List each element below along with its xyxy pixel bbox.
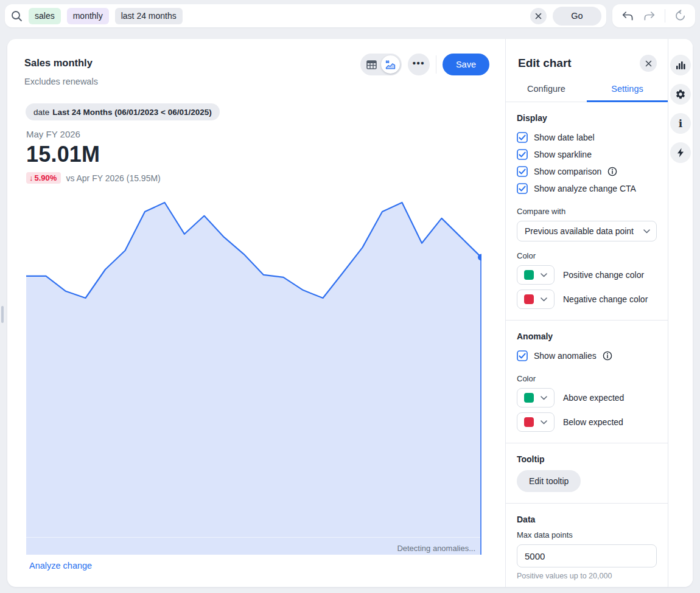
negative-color-row: Negative change color [517, 290, 657, 309]
compare-with-label: Compare with [517, 207, 657, 216]
sparkline-svg [26, 201, 481, 555]
positive-color-picker[interactable] [517, 265, 555, 285]
panel-body: Display Show date label Show sparkline S… [506, 102, 668, 587]
color-label: Color [517, 251, 657, 260]
tooltip-heading: Tooltip [517, 454, 657, 464]
tab-settings[interactable]: Settings [587, 84, 668, 102]
negative-color-picker[interactable] [517, 290, 555, 309]
chart-title-block: Sales monthly Excludes renewals [24, 57, 98, 86]
answer-card: Sales monthly Excludes renewals ••• Save… [7, 39, 693, 587]
sparkline-area [26, 203, 481, 555]
max-data-points-helper: Positive values up to 20,000 [517, 572, 657, 580]
chart-section: Sales monthly Excludes renewals ••• Save… [7, 39, 505, 587]
info-icon[interactable] [603, 351, 612, 361]
tab-configure[interactable]: Configure [506, 84, 587, 102]
compare-with-value: Previous available data point [525, 226, 643, 236]
spotiq-button[interactable] [670, 142, 691, 163]
chevron-down-icon [541, 420, 547, 425]
info-icon: i [679, 119, 682, 129]
section-divider [506, 320, 668, 321]
positive-color-label: Positive change color [563, 270, 644, 280]
info-icon[interactable] [607, 167, 617, 176]
checkbox-label: Show sparkline [534, 150, 592, 159]
below-expected-label: Below expected [563, 417, 623, 427]
above-expected-color-picker[interactable] [517, 388, 555, 407]
controls-divider [436, 55, 436, 74]
search-icon [11, 10, 23, 22]
search-token-monthly[interactable]: monthly [67, 8, 109, 24]
above-expected-row: Above expected [517, 388, 657, 407]
reset-button[interactable] [673, 9, 687, 23]
lightning-icon [676, 148, 685, 158]
undo-button[interactable] [620, 10, 635, 23]
checkbox-label: Show anomalies [534, 351, 597, 361]
date-filter-chip[interactable]: date Last 24 Months (06/01/2023 < 06/01/… [26, 103, 220, 120]
kpi-period-label: May FY 2026 [26, 129, 161, 139]
checkbox-label: Show analyze change CTA [534, 184, 636, 193]
show-sparkline-checkbox[interactable] [517, 149, 528, 160]
search-token-sales[interactable]: sales [29, 8, 61, 24]
actions-divider [665, 9, 665, 23]
checkbox-row-sparkline: Show sparkline [517, 146, 657, 163]
close-panel-button[interactable] [640, 55, 657, 72]
more-options-button[interactable]: ••• [408, 54, 430, 75]
panel-tabs: Configure Settings [506, 84, 668, 102]
search-bar[interactable]: sales monthly last 24 months Go [5, 4, 606, 27]
below-expected-color-picker[interactable] [517, 412, 555, 432]
checkbox-row-anomalies: Show anomalies [517, 347, 657, 364]
redo-button[interactable] [642, 10, 657, 23]
max-data-points-input[interactable] [517, 544, 657, 567]
table-view-button[interactable] [362, 55, 381, 74]
edit-tooltip-button[interactable]: Edit tooltip [517, 470, 581, 492]
info-button[interactable]: i [670, 113, 691, 134]
anomaly-band-divider [26, 537, 480, 538]
checkbox-label: Show comparison [534, 167, 601, 176]
above-expected-swatch [524, 393, 534, 403]
show-anomalies-checkbox[interactable] [517, 350, 528, 361]
below-expected-swatch [524, 417, 534, 427]
negative-color-label: Negative change color [563, 294, 648, 304]
filter-chip-prefix: date [33, 108, 49, 117]
clear-search-button[interactable] [530, 8, 547, 24]
save-button[interactable]: Save [443, 54, 489, 75]
comparison-text: vs Apr FY 2026 (15.95M) [66, 173, 160, 183]
search-token-last-24-months[interactable]: last 24 months [115, 8, 183, 24]
section-divider [506, 443, 668, 443]
sparkline-chart[interactable]: Detecting anomalies... [26, 201, 481, 555]
chart-view-button[interactable] [381, 55, 400, 74]
checkbox-row-analyze-cta: Show analyze change CTA [517, 180, 657, 197]
go-button[interactable]: Go [553, 7, 601, 26]
down-arrow-icon: ↓ [29, 173, 33, 182]
panel-header: Edit chart [506, 39, 668, 72]
positive-color-swatch [524, 270, 534, 280]
change-badge: ↓5.90% [26, 172, 61, 184]
bar-chart-icon [676, 60, 685, 70]
checkbox-row-date-label: Show date label [517, 129, 657, 146]
panel-title: Edit chart [518, 57, 572, 70]
top-bar: sales monthly last 24 months Go [5, 4, 695, 27]
show-date-label-checkbox[interactable] [517, 132, 528, 143]
edit-chart-panel: Edit chart Configure Settings Display Sh… [505, 39, 668, 587]
checkbox-row-comparison: Show comparison [517, 163, 657, 180]
compare-with-select[interactable]: Previous available data point [517, 221, 657, 241]
anomaly-color-label: Color [517, 374, 657, 383]
chart-tools-button[interactable] [670, 55, 691, 75]
settings-button[interactable] [670, 84, 691, 105]
panel-resize-handle[interactable] [1, 306, 4, 323]
right-toolbar: i [668, 39, 693, 587]
checkbox-label: Show date label [534, 133, 595, 142]
show-analyze-change-cta-checkbox[interactable] [517, 183, 528, 194]
show-comparison-checkbox[interactable] [517, 166, 528, 177]
analyze-change-link[interactable]: Analyze change [29, 561, 92, 570]
below-expected-row: Below expected [517, 412, 657, 432]
gear-icon [675, 89, 686, 100]
chevron-down-icon [541, 297, 547, 302]
kpi-block: May FY 2026 15.01M ↓5.90% vs Apr FY 2026… [26, 129, 161, 184]
data-heading: Data [517, 515, 657, 524]
kpi-value: 15.01M [26, 142, 161, 167]
chevron-down-icon [541, 273, 547, 277]
anomaly-status-text: Detecting anomalies... [397, 544, 475, 553]
kpi-comparison-row: ↓5.90% vs Apr FY 2026 (15.95M) [26, 172, 161, 184]
history-actions [612, 4, 695, 27]
page-title: Sales monthly [24, 57, 98, 69]
